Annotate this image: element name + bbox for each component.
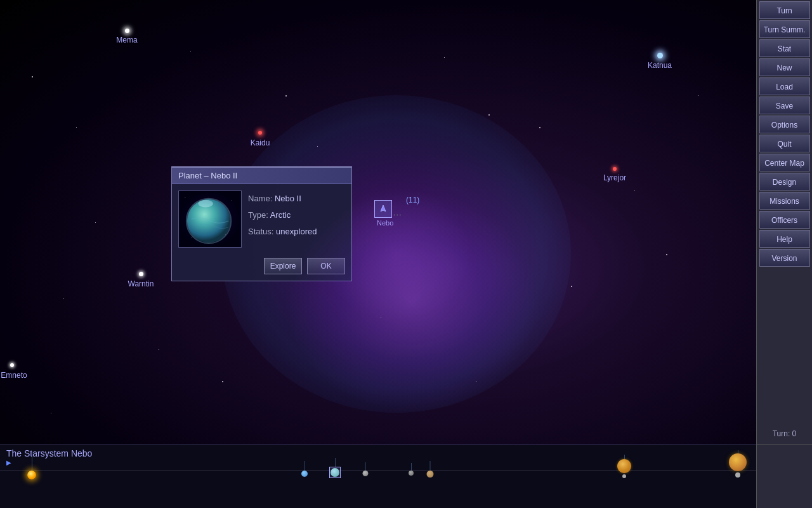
star-warntin[interactable] (139, 272, 143, 276)
design-button[interactable]: Design (759, 173, 810, 190)
planet-type-row: Type: Arctic (248, 207, 345, 224)
svg-marker-0 (381, 205, 386, 211)
star-emneto[interactable] (10, 363, 14, 367)
svg-point-4 (191, 237, 192, 238)
system-planet-nebo2[interactable] (329, 458, 341, 478)
ok-button[interactable]: OK (307, 258, 345, 274)
turn-counter: Turn: 0 (773, 429, 797, 438)
center-map-button[interactable]: Center Map (759, 154, 810, 171)
star-lyrejor[interactable] (613, 167, 617, 171)
planet-dialog: Planet – Nebo II (171, 166, 352, 281)
ship-icon[interactable] (374, 200, 392, 218)
star-katnua[interactable] (657, 53, 663, 58)
turn-summ-button[interactable]: Turn Summ. (759, 20, 810, 38)
star-label-emneto: Emneto (1, 371, 27, 380)
planet-image (178, 190, 242, 248)
orbital-line (0, 471, 756, 471)
system-planet-1[interactable] (301, 461, 308, 477)
svg-point-7 (198, 200, 213, 208)
star-label-kaidu: Kaidu (251, 138, 270, 147)
system-planet-4[interactable] (409, 463, 414, 476)
system-planet-7[interactable] (729, 450, 747, 478)
nebo-count: (11) (406, 196, 419, 204)
explore-button[interactable]: Explore (264, 258, 302, 274)
officers-button[interactable]: Officers (759, 211, 810, 229)
system-planet-5[interactable] (427, 461, 434, 478)
quit-button[interactable]: Quit (759, 135, 810, 152)
dialog-title: Planet – Nebo II (172, 168, 351, 184)
load-button[interactable]: Load (759, 77, 810, 95)
star-label-katnua: Katnua (648, 61, 672, 70)
planet-status-row: Status: unexplored (248, 224, 345, 240)
bottom-bar: The Starsystem Nebo ▶ (0, 444, 756, 508)
planet-name-row: Name: Nebo II (248, 190, 345, 207)
new-button[interactable]: New (759, 58, 810, 76)
planet-name-value: Nebo II (275, 194, 301, 203)
nebo-marker[interactable]: ··· Nebo (374, 200, 392, 218)
system-arrow[interactable]: ▶ (6, 459, 11, 466)
version-button[interactable]: Version (759, 249, 810, 267)
planet-type-value: Arctic (270, 210, 291, 220)
system-title: The Starsystem Nebo (6, 448, 92, 458)
svg-point-3 (232, 200, 232, 201)
save-button[interactable]: Save (759, 97, 810, 114)
nebo-label: Nebo (377, 219, 393, 227)
star-label-warntin: Warntin (128, 279, 154, 288)
space-view[interactable]: Mema Kaidu Katnua Lyrejor Warntin Emneto… (0, 0, 756, 444)
options-button[interactable]: Options (759, 116, 810, 133)
sidebar: Turn Turn Summ. Stat New Load Save Optio… (756, 0, 812, 444)
star-label-lyrejor: Lyrejor (603, 173, 626, 182)
star-mema[interactable] (125, 29, 129, 33)
sidebar-bottom (756, 444, 812, 508)
star-label-mema: Mema (116, 36, 137, 44)
ship-dots: ··· (393, 211, 402, 218)
svg-point-2 (185, 197, 185, 197)
system-planet-6[interactable] (617, 455, 631, 478)
stat-button[interactable]: Stat (759, 39, 810, 57)
missions-button[interactable]: Missions (759, 192, 810, 210)
planet-status-value: unexplored (276, 227, 317, 236)
help-button[interactable]: Help (759, 230, 810, 248)
dialog-info: Name: Nebo II Type: Arctic Status: unexp… (248, 190, 345, 248)
system-planet-3[interactable] (363, 462, 369, 476)
system-star[interactable] (27, 451, 36, 479)
star-kaidu[interactable] (258, 131, 262, 135)
turn-button[interactable]: Turn (759, 1, 810, 19)
